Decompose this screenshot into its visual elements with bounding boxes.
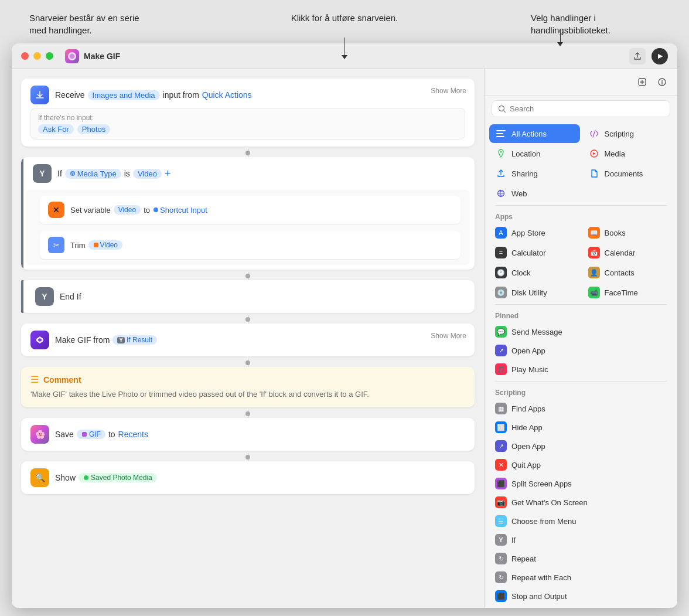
- category-row-4: Web: [489, 184, 673, 203]
- maximize-button[interactable]: [46, 52, 53, 60]
- if-tag-media-type[interactable]: ⚙ Media Type: [65, 169, 121, 179]
- if-plus[interactable]: +: [165, 168, 171, 180]
- set-variable-block: ✕ Set variable Video to Shortcut Input: [40, 196, 461, 224]
- receive-tag-source[interactable]: Quick Actions: [202, 90, 252, 100]
- disk-utility-item[interactable]: 💿 Disk Utility: [489, 283, 580, 302]
- set-var-icon: ✕: [48, 202, 64, 218]
- cat-location[interactable]: Location: [489, 144, 580, 163]
- open-app-pinned-item[interactable]: ↗ Open App: [489, 341, 673, 360]
- stop-output-item[interactable]: ⬛ Stop and Output: [489, 587, 673, 605]
- show-icon: 🔍: [30, 468, 49, 487]
- cat-web[interactable]: Web: [489, 184, 580, 203]
- hide-app-item[interactable]: ⬜ Hide App: [489, 418, 673, 437]
- app-icon: [65, 49, 79, 63]
- actions-toolbar: [485, 69, 677, 96]
- send-message-item[interactable]: 💬 Send Message: [489, 322, 673, 341]
- books-item[interactable]: 📖 Books: [582, 223, 673, 242]
- repeat-icon: ↻: [495, 553, 507, 564]
- cat-all-actions[interactable]: All Actions: [489, 124, 580, 143]
- connector-1: [21, 149, 475, 157]
- if-block: Y If ⚙ Media Type is Video +: [21, 157, 475, 270]
- repeat-item[interactable]: ↻ Repeat: [489, 549, 673, 568]
- get-whats-on-item[interactable]: 📷 Get What's On Screen: [489, 493, 673, 512]
- calendar-item[interactable]: 📅 Calendar: [582, 243, 673, 262]
- cat-documents[interactable]: Documents: [582, 164, 673, 183]
- choose-menu-icon: ☰: [495, 515, 507, 527]
- set-var-tag[interactable]: Video: [114, 205, 141, 215]
- cat-media[interactable]: Media: [582, 144, 673, 163]
- if-tag-video[interactable]: Video: [133, 169, 162, 179]
- apps-row-3: 🕐 Clock 👤 Contacts: [489, 263, 673, 282]
- quit-app-item[interactable]: ✕ Quit App: [489, 455, 673, 474]
- play-music-item[interactable]: 🎵 Play Music: [489, 360, 673, 379]
- divider-1: [495, 205, 667, 206]
- receive-photos[interactable]: Photos: [77, 124, 110, 134]
- contacts-item[interactable]: 👤 Contacts: [582, 263, 673, 282]
- share-button[interactable]: [629, 48, 646, 64]
- repeat-each-item[interactable]: ↻ Repeat with Each: [489, 568, 673, 587]
- cat-sharing[interactable]: Sharing: [489, 164, 580, 183]
- sharing-icon: [495, 168, 507, 179]
- facetime-item[interactable]: 📹 FaceTime: [582, 283, 673, 302]
- show-tag-media[interactable]: Saved Photo Media: [79, 473, 157, 482]
- open-app-pinned-icon: ↗: [495, 345, 507, 356]
- set-var-input[interactable]: Shortcut Input: [153, 206, 207, 215]
- annotation-left: Snarveier består av en serie med handlin…: [29, 12, 158, 36]
- contacts-icon: 👤: [588, 267, 600, 278]
- play-button[interactable]: ▶: [652, 48, 668, 64]
- clock-item[interactable]: 🕐 Clock: [489, 263, 580, 282]
- annotation-right: Velg handlinger i handlingsbiblioteket.: [531, 12, 660, 36]
- annotations: Snarveier består av en serie med handlin…: [12, 12, 677, 43]
- receive-tag-media[interactable]: Images and Media: [88, 90, 160, 100]
- search-bar[interactable]: [492, 100, 670, 117]
- svg-rect-13: [496, 133, 503, 134]
- if-scripting-item[interactable]: Y If: [489, 530, 673, 549]
- info-button[interactable]: [654, 74, 670, 90]
- open-app-scripting-item[interactable]: ↗ Open App: [489, 437, 673, 455]
- save-icon: 🌸: [30, 425, 49, 444]
- documents-icon: [588, 168, 600, 179]
- end-if-text: End If: [60, 292, 81, 301]
- divider-2: [495, 304, 667, 305]
- receive-show-more[interactable]: Show More: [431, 87, 466, 95]
- web-icon: [495, 188, 507, 199]
- stop-output-icon: ⬛: [495, 590, 507, 602]
- svg-point-15: [500, 151, 502, 153]
- save-tag-gif[interactable]: GIF: [77, 430, 105, 439]
- add-to-shortcut-button[interactable]: [634, 74, 650, 90]
- make-gif-show-more[interactable]: Show More: [431, 332, 466, 340]
- save-tag-recents[interactable]: Recents: [118, 430, 148, 439]
- comment-icon: ☰: [30, 374, 39, 385]
- save-text: Save GIF to Recents: [55, 430, 148, 439]
- find-apps-item[interactable]: ▦ Find Apps: [489, 399, 673, 418]
- traffic-lights: [21, 52, 53, 60]
- comment-text: 'Make GIF' takes the Live Photo or trimm…: [30, 389, 465, 400]
- receive-block: Receive Images and Media input from Quic…: [21, 79, 475, 147]
- choose-menu-item[interactable]: ☰ Choose from Menu: [489, 512, 673, 530]
- app-store-icon: A: [495, 227, 507, 239]
- minimize-button[interactable]: [33, 52, 41, 60]
- close-button[interactable]: [21, 52, 29, 60]
- media-icon: [588, 148, 600, 159]
- clock-icon: 🕐: [495, 267, 507, 278]
- actions-list: All Actions Scripting: [485, 122, 677, 608]
- search-input[interactable]: [510, 104, 664, 113]
- trim-tag[interactable]: Video: [88, 240, 122, 250]
- apps-row-1: A App Store 📖 Books: [489, 223, 673, 242]
- end-if-icon: Y: [35, 287, 54, 306]
- search-icon: [498, 105, 506, 113]
- make-gif-tag[interactable]: Y If Result: [112, 335, 157, 345]
- calculator-item[interactable]: = Calculator: [489, 243, 580, 262]
- set-var-text: Set variable Video to Shortcut Input: [70, 205, 207, 215]
- app-store-item[interactable]: A App Store: [489, 223, 580, 242]
- split-screen-item[interactable]: ⬛ Split Screen Apps: [489, 474, 673, 493]
- svg-rect-14: [496, 136, 504, 137]
- end-if-block: Y End If: [21, 280, 475, 313]
- connector-6: [21, 453, 475, 461]
- receive-ask-for[interactable]: Ask For: [38, 124, 74, 134]
- svg-point-3: [154, 207, 158, 212]
- cat-scripting[interactable]: Scripting: [582, 124, 673, 143]
- books-icon: 📖: [588, 227, 600, 239]
- title-actions: ▶: [629, 48, 668, 64]
- make-gif-icon: [30, 331, 49, 349]
